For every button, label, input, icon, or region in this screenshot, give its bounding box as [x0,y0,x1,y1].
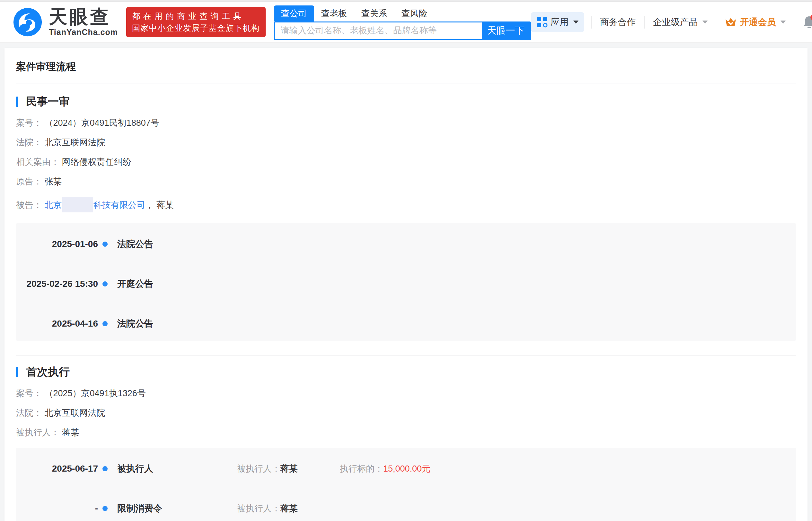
chevron-down-icon [781,21,786,24]
field-value: （2025）京0491执1326号 [45,388,146,398]
timeline-detail-cols: 被执行人：蒋某 [237,503,340,514]
section-title: 首次执行 [26,365,70,380]
brand-domain: TianYanCha.com [49,28,118,37]
nav-vip-label: 开通会员 [740,16,776,28]
field-row: 原告： 张某 [16,177,796,186]
promo-line2: 国家中小企业发展子基金旗下机构 [132,22,260,34]
timeline-detail-cols: 被执行人：蒋某执行标的：15,000.00元 [237,463,430,474]
detail-label: 被执行人： [237,464,280,474]
timeline-event-label: 被执行人 [112,462,237,475]
field-label: 法院： [16,138,42,147]
page-title: 案件审理流程 [16,48,796,73]
sections-root: 民事一审 案号： （2024）京0491民初18807号 法院： 北京互联网法院… [16,84,796,521]
section-header: 首次执行 [16,365,796,380]
brand-name: 天眼查 [49,7,110,26]
search-button[interactable]: 天眼一下 [482,22,530,39]
timeline-date: 2025-04-16 [16,319,98,329]
timeline-event-label: 法院公告 [112,318,153,330]
detail-label: 执行标的： [340,464,383,474]
field-value: 网络侵权责任纠纷 [62,157,131,167]
field-label: 法院： [16,408,42,418]
nav-enterprise-label: 企业级产品 [653,16,698,28]
search-bar: 天眼一下 [274,22,531,40]
tianyancha-logo-icon [13,7,42,37]
timeline-detail: 被执行人：蒋某 [237,503,340,514]
detail-value: 蒋某 [280,464,298,474]
field-row: 相关案由： 网络侵权责任纠纷 [16,158,796,166]
timeline-event-label: 法院公告 [112,238,153,250]
field-value: 北京科技有限公司， 蒋某 [45,200,174,210]
field-list: 案号： （2024）京0491民初18807号 法院： 北京互联网法院 相关案由… [16,119,796,212]
promo-badge: 都在用的商业查询工具 国家中小企业发展子基金旗下机构 [126,7,265,37]
field-value: 张某 [45,177,62,186]
timeline-event-label: 开庭公告 [112,278,153,290]
section-accent-bar [16,96,18,107]
nav-vip[interactable]: 开通会员 [716,16,794,28]
field-value: （2024）京0491民初18807号 [45,118,159,128]
timeline-date: 2025-06-17 [16,463,98,474]
timeline-dot [103,281,108,287]
company-link[interactable]: 北京科技有限公司 [45,200,146,210]
timeline-panel: 2025-01-06 法院公告 2025-02-26 15:30 开庭公告 20… [16,223,796,341]
chevron-down-icon [703,21,708,24]
detail-value: 蒋某 [280,504,298,513]
nav-apps[interactable]: 应用 [531,12,584,32]
promo-line1: 都在用的商业查询工具 [132,10,260,22]
field-value: 北京互联网法院 [45,408,105,418]
timeline-panel: 2025-06-17 被执行人 被执行人：蒋某执行标的：15,000.00元 -… [16,448,796,521]
timeline-date: 2025-01-06 [16,239,98,249]
field-row: 法院： 北京互联网法院 [16,138,796,147]
detail-label: 被执行人： [237,504,280,513]
section-header: 民事一审 [16,94,796,109]
field-value: 北京互联网法院 [45,138,105,147]
timeline-items: 2025-06-17 被执行人 被执行人：蒋某执行标的：15,000.00元 -… [16,462,796,515]
nav-business[interactable]: 商务合作 [592,16,644,28]
nav-apps-label: 应用 [551,16,569,28]
site-header: 天眼查 TianYanCha.com 都在用的商业查询工具 国家中小企业发展子基… [0,2,812,43]
timeline-detail: 执行标的：15,000.00元 [340,463,430,474]
timeline-items: 2025-01-06 法院公告 2025-02-26 15:30 开庭公告 20… [16,238,796,330]
redaction-box [62,197,93,212]
search-tab[interactable]: 查风险 [394,5,434,22]
case-section: 首次执行 案号： （2025）京0491执1326号 法院： 北京互联网法院 被… [16,356,796,521]
apps-grid-icon [537,17,548,28]
case-section: 民事一审 案号： （2024）京0491民初18807号 法院： 北京互联网法院… [16,84,796,341]
field-label: 案号： [16,388,42,398]
timeline-dot [103,466,108,471]
field-row: 被告： 北京科技有限公司， 蒋某 [16,197,796,212]
field-label: 被告： [16,200,42,210]
content-card: 案件审理流程 民事一审 案号： （2024）京0491民初18807号 法院： … [4,48,808,521]
timeline-item: 2025-06-17 被执行人 被执行人：蒋某执行标的：15,000.00元 [16,462,796,475]
crown-icon [725,17,737,28]
timeline-date: - [16,503,98,514]
search-tab[interactable]: 查老板 [314,5,354,22]
field-row: 案号： （2025）京0491执1326号 [16,389,796,398]
field-label: 被执行人： [16,428,59,437]
timeline-item: 2025-01-06 法院公告 [16,238,796,250]
field-value: 蒋某 [62,428,79,437]
execution-amount: 15,000.00元 [383,464,430,474]
timeline-dot [103,242,108,247]
field-label: 原告： [16,177,42,186]
search-tabs: 查公司查老板查关系查风险 [274,5,531,22]
nav-enterprise[interactable]: 企业级产品 [645,16,716,28]
header-nav: 应用 商务合作 企业级产品 开通会员 [531,12,812,32]
search-tab[interactable]: 查公司 [274,5,314,22]
field-label: 案号： [16,118,42,128]
timeline-dot [103,506,108,511]
logo[interactable]: 天眼查 TianYanCha.com [13,7,118,37]
search-group: 查公司查老板查关系查风险 天眼一下 [274,5,531,40]
field-list: 案号： （2025）京0491执1326号 法院： 北京互联网法院 被执行人： … [16,389,796,437]
field-row: 被执行人： 蒋某 [16,428,796,437]
timeline-date: 2025-02-26 15:30 [16,279,98,289]
nav-business-label: 商务合作 [600,16,636,28]
timeline-item: 2025-02-26 15:30 开庭公告 [16,278,796,290]
search-input[interactable] [275,22,482,39]
search-tab[interactable]: 查关系 [354,5,394,22]
section-title: 民事一审 [26,94,70,109]
timeline-dot [103,321,108,326]
section-accent-bar [16,367,18,377]
chevron-down-icon [573,21,578,24]
timeline-item: - 限制消费令 被执行人：蒋某 [16,502,796,515]
nav-notifications[interactable] [794,15,812,29]
